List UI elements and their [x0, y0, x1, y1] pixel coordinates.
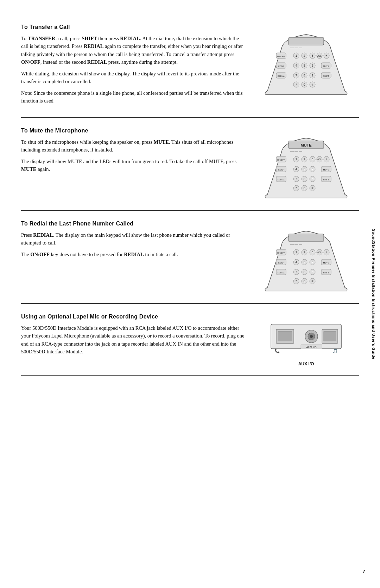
section-redial: To Redial the Last Phone Number CalledPr… — [21, 211, 359, 304]
section-image-transfer: ON/OFF 1 2 3 VOL- + CONF 4 5 6 MUTE REDI… — [253, 24, 359, 109]
svg-text:9: 9 — [311, 177, 313, 181]
svg-text:ON/OFF: ON/OFF — [277, 159, 285, 161]
svg-text:6: 6 — [311, 260, 313, 264]
section-aux: Using an Optional Lapel Mic or Recording… — [21, 304, 359, 376]
svg-text:*: * — [296, 279, 297, 283]
svg-text:3: 3 — [311, 157, 313, 161]
svg-text:2: 2 — [303, 250, 305, 254]
sidebar-label-text: SoundStation Premier Installation Instru… — [372, 229, 376, 359]
svg-rect-0 — [289, 37, 324, 45]
svg-text:4: 4 — [295, 260, 297, 264]
svg-text:CONF: CONF — [278, 262, 284, 264]
aux-label: AUX I/O — [298, 361, 314, 366]
svg-text:ON/OFF: ON/OFF — [277, 252, 285, 254]
svg-rect-134 — [324, 331, 336, 341]
svg-text:4: 4 — [295, 167, 297, 171]
svg-text:6: 6 — [311, 167, 313, 171]
section-para-redial-1: The ON/OFF key does not have to be press… — [21, 250, 246, 258]
svg-text:5: 5 — [303, 260, 305, 264]
svg-text:VOL-: VOL- — [317, 158, 323, 161]
svg-text:REDIAL: REDIAL — [278, 75, 285, 77]
sidebar-label: SoundStation Premier Installation Instru… — [367, 0, 380, 588]
svg-text:🎵: 🎵 — [332, 348, 338, 353]
svg-text:9: 9 — [311, 270, 313, 274]
svg-text:3: 3 — [311, 54, 313, 57]
svg-text:MUTE: MUTE — [300, 143, 311, 147]
section-para-redial-0: Press REDIAL. The display on the main ke… — [21, 231, 246, 247]
section-title-aux: Using an Optional Lapel Mic or Recording… — [21, 314, 246, 320]
svg-point-132 — [310, 335, 313, 338]
section-image-aux: AUX I/O 📞 🎵 AUX I/O — [253, 314, 359, 366]
svg-text:9: 9 — [311, 74, 313, 77]
svg-text:SHIFT: SHIFT — [323, 272, 329, 274]
svg-text:MUTE: MUTE — [323, 262, 329, 264]
svg-text:8: 8 — [303, 74, 305, 77]
svg-text:2: 2 — [303, 54, 305, 57]
svg-text:#: # — [311, 279, 313, 283]
section-text-mute: To Mute the MicrophoneTo shut off the mi… — [21, 128, 246, 202]
svg-text:*: * — [296, 186, 297, 190]
section-para-transfer-1: While dialing, the extension will show o… — [21, 70, 246, 86]
svg-text:AUX I/O: AUX I/O — [306, 346, 316, 349]
section-mute: To Mute the MicrophoneTo shut off the mi… — [21, 118, 359, 211]
svg-text:3: 3 — [311, 250, 313, 254]
svg-text:7: 7 — [295, 74, 297, 77]
svg-text:7: 7 — [295, 270, 297, 274]
section-title-mute: To Mute the Microphone — [21, 128, 246, 134]
svg-text:#: # — [311, 83, 313, 86]
svg-text:8: 8 — [303, 177, 305, 181]
svg-text:1: 1 — [295, 54, 297, 57]
section-text-transfer: To Transfer a CallTo TRANSFER a call, pr… — [21, 24, 246, 109]
section-title-redial: To Redial the Last Phone Number Called — [21, 221, 246, 227]
section-transfer: To Transfer a CallTo TRANSFER a call, pr… — [21, 14, 359, 118]
svg-text:REDIAL: REDIAL — [278, 179, 285, 181]
svg-text:CONF: CONF — [278, 169, 284, 171]
svg-text:SHIFT: SHIFT — [323, 179, 329, 181]
section-title-transfer: To Transfer a Call — [21, 24, 246, 30]
section-text-aux: Using an Optional Lapel Mic or Recording… — [21, 314, 246, 366]
svg-text:0: 0 — [303, 186, 305, 190]
section-para-mute-1: The display will show MUTE and the LEDs … — [21, 157, 246, 173]
svg-text:CONF: CONF — [278, 65, 284, 67]
svg-text:*: * — [296, 83, 297, 86]
svg-text:0: 0 — [303, 83, 305, 86]
svg-text:5: 5 — [303, 64, 305, 67]
svg-text:ON/OFF: ON/OFF — [277, 55, 285, 57]
svg-text:0: 0 — [303, 279, 305, 283]
svg-rect-85 — [289, 234, 324, 242]
svg-text:+: + — [325, 157, 327, 161]
section-text-redial: To Redial the Last Phone Number CalledPr… — [21, 221, 246, 295]
svg-text:VOL-: VOL- — [317, 55, 323, 57]
svg-text:4: 4 — [295, 64, 297, 67]
svg-text:+: + — [325, 54, 327, 57]
svg-text:1: 1 — [295, 250, 297, 254]
section-para-transfer-0: To TRANSFER a call, press SHIFT then pre… — [21, 35, 246, 66]
page-number: 7 — [363, 569, 365, 574]
section-para-transfer-2: Note: Since the conference phone is a si… — [21, 89, 246, 105]
svg-text:MUTE: MUTE — [323, 65, 329, 67]
svg-text:5: 5 — [303, 167, 305, 171]
svg-text:+: + — [325, 250, 327, 254]
svg-text:VOL-: VOL- — [317, 251, 323, 254]
svg-rect-129 — [278, 331, 292, 341]
section-para-aux-0: Your 500D/550D Interface Module is equip… — [21, 324, 246, 356]
svg-text:SHIFT: SHIFT — [323, 75, 329, 77]
section-para-mute-0: To shut off the microphones while keepin… — [21, 138, 246, 154]
svg-text:#: # — [311, 186, 313, 190]
section-image-redial: ON/OFF 1 2 3 VOL- + CONF 4 5 6 MUTE REDI… — [253, 221, 359, 295]
svg-text:2: 2 — [303, 157, 305, 161]
svg-text:8: 8 — [303, 270, 305, 274]
svg-text:7: 7 — [295, 177, 297, 181]
svg-text:6: 6 — [311, 64, 313, 67]
svg-text:📞: 📞 — [274, 348, 280, 353]
svg-text:MUTE: MUTE — [323, 169, 329, 171]
svg-text:1: 1 — [295, 157, 297, 161]
svg-text:REDIAL: REDIAL — [278, 272, 285, 274]
section-image-mute: MUTE ON/OFF 1 2 3 VOL- + CONF 4 5 6 MUTE… — [253, 128, 359, 202]
